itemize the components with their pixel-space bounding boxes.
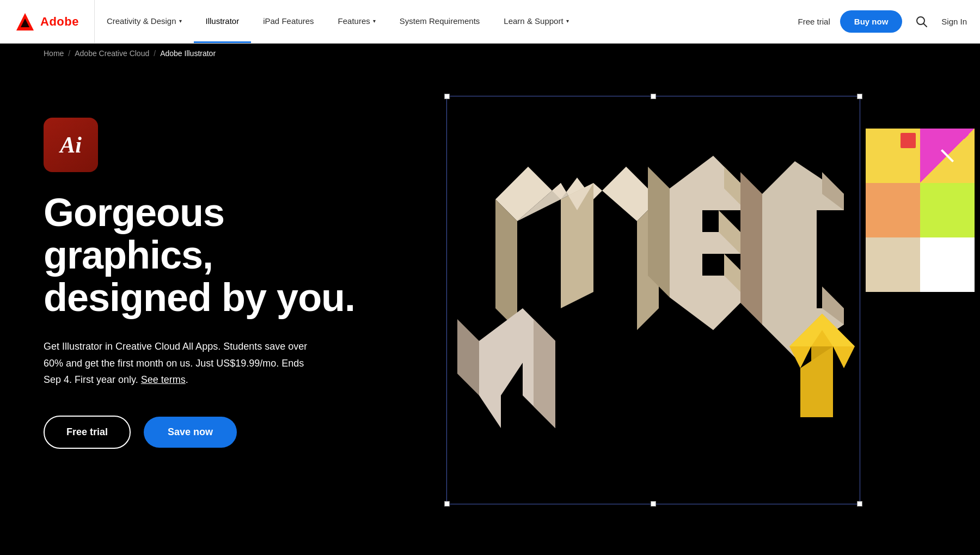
svg-marker-24 [534,319,555,428]
chevron-down-icon-features: ▾ [373,18,376,24]
adobe-icon [15,12,35,32]
artboard-handle-bc [651,501,656,507]
svg-line-3 [924,23,927,27]
svg-marker-5 [495,199,517,330]
nav-links: Creativity & Design ▾ Illustrator iPad F… [95,0,785,43]
nav-item-illustrator[interactable]: Illustrator [194,0,252,43]
free-trial-button[interactable]: Free trial [44,416,131,449]
svg-marker-10 [648,167,670,297]
save-now-button[interactable]: Save now [144,417,237,448]
palette-cell-6 [920,237,975,292]
svg-marker-23 [457,319,479,395]
nav-item-system-req[interactable]: System Requirements [388,0,492,43]
nav-right-actions: Free trial Buy now Sign In [785,0,980,43]
nav-buy-now-button[interactable]: Buy now [840,10,903,33]
logo-area[interactable]: Adobe [0,0,95,43]
artboard-handle-bl [444,501,450,507]
breadcrumb: Home / Adobe Creative Cloud / Adobe Illu… [0,44,980,63]
chevron-down-icon-learn: ▾ [566,18,569,24]
hero-title-line1: Gorgeous graphics, [44,191,224,277]
brand-name: Adobe [40,15,79,29]
palette-cell-5 [866,237,920,292]
palette-cell-1 [866,129,920,183]
nav-item-features[interactable]: Features ▾ [326,0,388,43]
see-terms-link[interactable]: See terms [141,374,186,385]
hero-content: Ai Gorgeous graphics, designed by you. G… [44,96,370,449]
search-icon [916,16,928,28]
artboard-handle-tc [651,94,656,99]
nav-item-creativity[interactable]: Creativity & Design ▾ [95,0,194,43]
letters-svg [452,101,855,499]
breadcrumb-separator-2: / [154,49,156,58]
app-icon-box: Ai [44,118,98,172]
artboard-handle-br [857,501,862,507]
app-icon-text: Ai [60,132,82,158]
hero-description: Get Illustrator in Creative Cloud All Ap… [44,338,316,388]
hero-illustration [381,63,980,553]
illustration-3d-text [452,101,855,499]
palette-cell-2 [920,129,975,183]
nav-free-trial-link[interactable]: Free trial [798,17,830,26]
sign-in-link[interactable]: Sign In [941,17,967,26]
palette-cell-4 [920,183,975,237]
hero-buttons: Free trial Save now [44,416,370,449]
color-palette-panel [866,129,975,292]
breadcrumb-separator-1: / [68,49,70,58]
nav-item-learn[interactable]: Learn & Support ▾ [492,0,580,43]
breadcrumb-creative-cloud[interactable]: Adobe Creative Cloud [75,49,149,58]
search-button[interactable] [912,12,932,32]
nav-item-ipad[interactable]: iPad Features [251,0,326,43]
hero-title: Gorgeous graphics, designed by you. [44,192,370,319]
palette-cell-3 [866,183,920,237]
svg-marker-15 [740,172,762,325]
main-nav: Adobe Creativity & Design ▾ Illustrator … [0,0,980,44]
hero-title-line2: designed by you. [44,276,355,319]
artboard-handle-tl [444,94,450,99]
chevron-down-icon: ▾ [179,18,182,24]
period: . [186,374,188,385]
breadcrumb-home[interactable]: Home [44,49,64,58]
artboard-handle-tr [857,94,862,99]
svg-point-25 [490,455,817,488]
hero-section: Ai Gorgeous graphics, designed by you. G… [0,63,980,553]
breadcrumb-current-page: Adobe Illustrator [160,49,216,58]
